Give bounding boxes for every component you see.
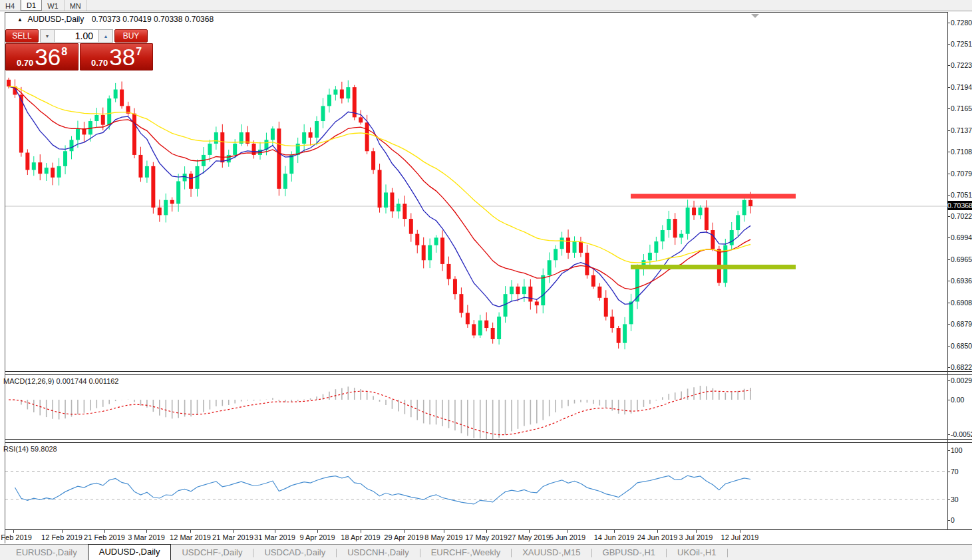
candle-body xyxy=(57,166,61,178)
date-label: 21 Feb 2019 xyxy=(84,533,125,541)
candle-body xyxy=(440,237,444,264)
candle-body xyxy=(491,328,495,339)
date-label: 14 Jun 2019 xyxy=(594,533,635,541)
candle-body xyxy=(629,301,633,324)
candle-body xyxy=(384,192,388,208)
price-axis-label-tick xyxy=(948,108,950,109)
date-label: 24 Jun 2019 xyxy=(637,533,678,541)
tf-button-w1[interactable]: W1 xyxy=(42,0,65,11)
price-axis-label-tick xyxy=(948,324,950,325)
macd-rsi-splitter[interactable] xyxy=(5,439,972,443)
candle-body xyxy=(309,132,313,138)
price-axis-label-tick xyxy=(948,23,950,23)
candle-body xyxy=(101,115,105,125)
chart-tab-eurchf-weekly[interactable]: EURCHF-,Weekly xyxy=(420,545,512,560)
rsi-axis-label: 100 xyxy=(951,446,963,454)
price-axis-label: 0.69365 xyxy=(951,277,972,285)
price-axis-label: 0.71945 xyxy=(951,83,972,91)
candle-body xyxy=(233,144,237,155)
support-level-bar[interactable] xyxy=(631,265,796,269)
candle-body xyxy=(340,90,344,99)
rsi-label: RSI(14) 59.8028 xyxy=(3,445,57,453)
chart-macd-splitter[interactable] xyxy=(5,371,972,375)
macd-axis-label: 0.00 xyxy=(951,396,964,404)
buy-price-box[interactable]: 0.70387 xyxy=(80,43,153,70)
chart-window-left-border xyxy=(5,12,5,543)
candle-body xyxy=(120,90,124,106)
buy-button[interactable]: BUY xyxy=(114,29,148,43)
price-axis-label-tick xyxy=(948,65,950,66)
sell-price-box[interactable]: 0.70368 xyxy=(5,43,79,70)
chart-tab-ukoil-h1[interactable]: UKOil-,H1 xyxy=(667,545,727,560)
candle-body xyxy=(711,230,715,249)
candle-body xyxy=(227,155,231,162)
candle-body xyxy=(654,241,658,253)
date-tick xyxy=(529,530,530,533)
candle-body xyxy=(176,182,180,204)
price-axis-label: 0.72800 xyxy=(951,19,972,27)
price-axis-label: 0.69940 xyxy=(951,233,972,241)
rsi-axis-label: 0 xyxy=(951,516,955,524)
price-axis-label-tick xyxy=(948,346,950,347)
tf-button-h4[interactable]: H4 xyxy=(0,0,21,11)
chevron-up-icon: ▲ xyxy=(104,34,108,39)
candle-body xyxy=(365,122,369,151)
volume-decrease-button[interactable]: ▼ xyxy=(40,29,55,43)
candle-body xyxy=(220,132,224,162)
tf-button-d1[interactable]: D1 xyxy=(21,0,42,11)
volume-increase-button[interactable]: ▲ xyxy=(98,29,113,43)
current-price-badge: 0.70368 xyxy=(947,201,972,210)
candle-body xyxy=(535,301,539,305)
price-axis-label: 0.68505 xyxy=(951,342,972,350)
rsi-axis-label: 70 xyxy=(951,468,959,476)
candle-body xyxy=(403,204,406,219)
one-click-trading-panel: SELL ▼ ▲ BUY 0.70368 0.70387 xyxy=(5,29,154,70)
resistance-level-bar[interactable] xyxy=(631,194,796,199)
candle-body xyxy=(196,166,200,189)
candle-body xyxy=(390,192,394,211)
chevron-down-icon: ▼ xyxy=(45,34,50,39)
candle-body xyxy=(434,237,438,245)
candle-body xyxy=(623,324,627,343)
macd-panel[interactable] xyxy=(5,375,947,439)
candle-body xyxy=(635,268,639,302)
price-axis-label-tick xyxy=(948,367,950,368)
price-axis-label: 0.68795 xyxy=(951,320,972,328)
sell-button[interactable]: SELL xyxy=(5,29,39,43)
rsi-panel[interactable] xyxy=(5,443,947,529)
candle-body xyxy=(422,245,426,261)
price-axis-label: 0.71370 xyxy=(951,126,972,134)
candle-body xyxy=(554,249,558,260)
tf-button-mn[interactable]: MN xyxy=(65,0,87,11)
rsi-chart-canvas[interactable] xyxy=(5,443,947,529)
candle-body xyxy=(132,114,136,155)
candle-body xyxy=(667,219,671,230)
price-axis-label-tick xyxy=(948,174,950,174)
time-scale[interactable]: 3 Feb 201912 Feb 201921 Feb 20193 Mar 20… xyxy=(5,530,947,543)
chart-tab-eurusd-daily[interactable]: EURUSD-,Daily xyxy=(5,545,88,560)
price-scale[interactable]: 0.728000.725150.722300.719450.716550.713… xyxy=(948,0,972,560)
candle-body xyxy=(648,253,652,260)
date-tick xyxy=(275,530,275,533)
autoscroll-marker-icon[interactable] xyxy=(751,14,759,18)
buy-price-pips: 38 xyxy=(109,46,135,68)
candle-body xyxy=(736,215,740,230)
candle-body xyxy=(472,324,476,335)
price-axis-label: 0.70795 xyxy=(951,170,972,178)
date-tick xyxy=(614,530,615,533)
candle-body xyxy=(579,241,583,253)
chart-tab-usdcad-daily[interactable]: USDCAD-,Daily xyxy=(253,545,336,560)
buy-price-prefix: 0.70 xyxy=(91,58,108,68)
price-axis-label-tick xyxy=(948,259,950,260)
chart-tab-usdcnh-daily[interactable]: USDCNH-,Daily xyxy=(337,545,419,560)
candle-body xyxy=(271,128,275,140)
candle-body xyxy=(359,117,363,122)
chart-tab-xauusd-m15[interactable]: XAUUSD-,M15 xyxy=(512,545,591,560)
chart-tab-audusd-daily[interactable]: AUDUSD-,Daily xyxy=(88,544,172,560)
chart-tab-usdchf-daily[interactable]: USDCHF-,Daily xyxy=(171,545,253,560)
chart-tab-gbpusd-h1[interactable]: GBPUSD-,H1 xyxy=(592,545,666,560)
candle-body xyxy=(742,200,746,215)
volume-input[interactable] xyxy=(55,29,98,43)
candle-body xyxy=(528,287,532,302)
macd-chart-canvas[interactable] xyxy=(5,375,947,439)
